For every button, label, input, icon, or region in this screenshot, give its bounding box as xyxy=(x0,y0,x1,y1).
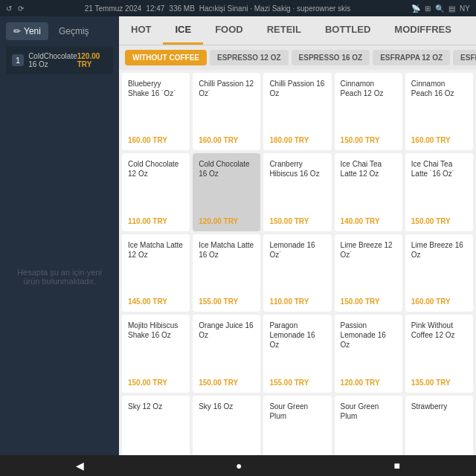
history-button[interactable]: Geçmiş xyxy=(51,22,97,40)
product-card[interactable]: Cold Chocolate 16 Oz120.00 TRY xyxy=(193,153,260,231)
locale: NY xyxy=(460,4,470,13)
category-tabs: HOTICEFOODRETEILBOTTLEDMODIFFRES xyxy=(119,16,476,45)
product-name: Cinnamon Peach 16 Oz xyxy=(411,79,467,133)
product-price: 160.00 TRY xyxy=(411,136,467,144)
sub-tab-esfrappa-12oz[interactable]: ESFRAPPA 12 OZ xyxy=(373,50,450,65)
product-name: Orange Juice 16 Oz xyxy=(199,321,254,375)
product-card[interactable]: Lemonade 16 Oz˙110.00 TRY xyxy=(263,234,331,312)
product-card[interactable]: Chilli Passion 16 Oz180.00 TRY xyxy=(263,73,331,150)
product-name: Lime Breeze 16 Oz xyxy=(411,240,467,295)
product-card[interactable]: Cold Chocolate 12 Oz110.00 TRY xyxy=(122,153,190,231)
product-name: Blueberyy Shake 16 ˙Oz˙ xyxy=(128,79,184,133)
product-card[interactable]: Blueberyy Shake 16 ˙Oz˙160.00 TRY xyxy=(122,73,190,150)
product-name: Chilli Passion 12 Oz˙ xyxy=(199,79,254,133)
new-order-button[interactable]: ✏ Yeni xyxy=(6,22,48,40)
icon-grid[interactable]: ⊞ xyxy=(425,4,431,13)
home-button[interactable]: ● xyxy=(236,460,242,472)
product-price: 135.00 TRY xyxy=(411,379,467,387)
product-price: 150.00 TRY xyxy=(341,298,396,306)
product-card[interactable]: Chilli Passion 12 Oz˙160.00 TRY xyxy=(193,73,260,150)
product-name: Cold Chocolate 12 Oz xyxy=(128,159,184,213)
product-name: Mojito Hibiscus Shake 16 Oz xyxy=(128,321,184,375)
icon-refresh: ↺ xyxy=(6,4,12,13)
product-price: 150.00 TRY xyxy=(411,217,467,225)
product-card[interactable]: Paragon Lemonade 16 Oz155.00 TRY xyxy=(263,315,331,392)
sub-tab-espresso-12oz[interactable]: ESPRESSO 12 OZ xyxy=(210,50,289,65)
product-name: Passion Lemonade 16 Oz xyxy=(341,321,396,375)
sidebar: ✏ Yeni Geçmiş 1 ColdChocolate 16 Oz 120.… xyxy=(0,16,119,476)
product-name: Ice Chai Tea Latte ˙16 Oz˙ xyxy=(411,159,467,213)
icon-search[interactable]: 🔍 xyxy=(435,4,444,13)
system-bar-right: 📡 ⊞ 🔍 ▤ NY xyxy=(411,4,470,13)
product-name: Lime Breeze 12 Oz˙ xyxy=(341,240,396,295)
product-card[interactable]: Lime Breeze 12 Oz˙150.00 TRY xyxy=(335,234,402,312)
product-card[interactable]: Cranberry Hibiscus 16 Oz150.00 TRY xyxy=(263,153,331,231)
product-price: 160.00 TRY xyxy=(199,136,254,144)
product-price: 180.00 TRY xyxy=(269,136,325,144)
product-name: Paragon Lemonade 16 Oz xyxy=(269,321,325,375)
product-name: Chilli Passion 16 Oz xyxy=(269,79,325,133)
bottom-nav: ◀ ● ■ xyxy=(0,455,476,476)
sub-tabs: WITHOUT COFFEEESPRESSO 12 OZESPRESSO 16 … xyxy=(119,45,476,70)
category-tab-food[interactable]: FOOD xyxy=(203,16,255,45)
product-card[interactable]: Ice Chai Tea Latte 12 Oz140.00 TRY xyxy=(335,153,402,231)
back-button[interactable]: ◀ xyxy=(76,460,84,472)
product-price: 110.00 TRY xyxy=(128,217,184,225)
product-price: 155.00 TRY xyxy=(199,298,254,306)
product-card[interactable]: Ice Matcha Latte 12 Oz145.00 TRY xyxy=(122,234,190,312)
sub-tab-esfrappa-16oz[interactable]: ESFRAPPA 16 OZ xyxy=(453,50,476,65)
product-name: Lemonade 16 Oz˙ xyxy=(269,240,325,295)
sub-tab-espresso-16oz[interactable]: ESPRESSO 16 OZ xyxy=(292,50,370,65)
product-price: 140.00 TRY xyxy=(341,217,396,225)
content-area: HOTICEFOODRETEILBOTTLEDMODIFFRES WITHOUT… xyxy=(119,16,476,476)
product-name: Cranberry Hibiscus 16 Oz xyxy=(269,159,325,213)
product-name: Ice Matcha Latte 12 Oz xyxy=(128,240,184,295)
product-card[interactable]: Ice Chai Tea Latte ˙16 Oz˙150.00 TRY xyxy=(405,153,473,231)
main-layout: ✏ Yeni Geçmiş 1 ColdChocolate 16 Oz 120.… xyxy=(0,16,476,476)
product-card[interactable]: Orange Juice 16 Oz150.00 TRY xyxy=(193,315,260,392)
product-name: Pink Without Coffee 12 Oz xyxy=(411,321,467,375)
product-price: 150.00 TRY xyxy=(199,379,254,387)
product-name: Cinnamon Peach 12 Oz xyxy=(341,79,396,133)
system-bar-center: 21 Temmuz 2024 12:47 336 MB Hacıkişi Sin… xyxy=(85,4,350,13)
icon-cast[interactable]: 📡 xyxy=(411,4,420,13)
category-tab-bottled[interactable]: BOTTLED xyxy=(313,16,382,45)
time-display: 12:47 xyxy=(146,4,164,13)
product-card[interactable]: Cinnamon Peach 16 Oz160.00 TRY xyxy=(405,73,473,150)
sidebar-buttons: ✏ Yeni Geçmiş xyxy=(0,16,119,46)
order-item[interactable]: 1 ColdChocolate 16 Oz 120.00 TRY xyxy=(6,46,113,74)
system-bar-left: ↺ ⟳ xyxy=(6,4,24,13)
product-name: Ice Matcha Latte 16 Oz xyxy=(199,240,254,295)
memory-display: 336 MB xyxy=(169,4,194,13)
order-number: 1 xyxy=(12,54,24,66)
order-product-name: ColdChocolate 16 Oz xyxy=(28,52,77,68)
product-card[interactable]: Ice Matcha Latte 16 Oz155.00 TRY xyxy=(193,234,260,312)
product-price: 110.00 TRY xyxy=(269,298,325,306)
category-tab-hot[interactable]: HOT xyxy=(119,16,163,45)
product-grid: Blueberyy Shake 16 ˙Oz˙160.00 TRYChilli … xyxy=(119,70,476,476)
product-card[interactable]: Cinnamon Peach 12 Oz150.00 TRY xyxy=(335,73,402,150)
product-price: 120.00 TRY xyxy=(341,379,396,387)
recent-button[interactable]: ■ xyxy=(394,460,400,472)
product-card[interactable]: Mojito Hibiscus Shake 16 Oz150.00 TRY xyxy=(122,315,190,392)
icon-sync: ⟳ xyxy=(18,4,24,13)
date-display: 21 Temmuz 2024 xyxy=(85,4,142,13)
product-name: Cold Chocolate 16 Oz xyxy=(199,159,254,213)
category-tab-ice[interactable]: ICE xyxy=(163,16,203,45)
product-card[interactable]: Pink Without Coffee 12 Oz135.00 TRY xyxy=(405,315,473,392)
product-price: 150.00 TRY xyxy=(128,379,184,387)
pencil-icon: ✏ xyxy=(13,26,21,36)
sub-tab-without-coffee[interactable]: WITHOUT COFFEE xyxy=(125,50,207,65)
category-tab-modiffres[interactable]: MODIFFRES xyxy=(382,16,463,45)
product-price: 120.00 TRY xyxy=(199,217,254,225)
product-price: 160.00 TRY xyxy=(411,298,467,306)
product-price: 155.00 TRY xyxy=(269,379,325,387)
product-price: 150.00 TRY xyxy=(269,217,325,225)
product-card[interactable]: Lime Breeze 16 Oz160.00 TRY xyxy=(405,234,473,312)
product-price: 150.00 TRY xyxy=(341,136,396,144)
icon-wifi: ▤ xyxy=(448,4,455,13)
product-price: 145.00 TRY xyxy=(128,298,184,306)
category-tab-reteil[interactable]: RETEIL xyxy=(255,16,313,45)
product-card[interactable]: Passion Lemonade 16 Oz120.00 TRY xyxy=(335,315,402,392)
system-bar: ↺ ⟳ 21 Temmuz 2024 12:47 336 MB Hacıkişi… xyxy=(0,0,476,16)
